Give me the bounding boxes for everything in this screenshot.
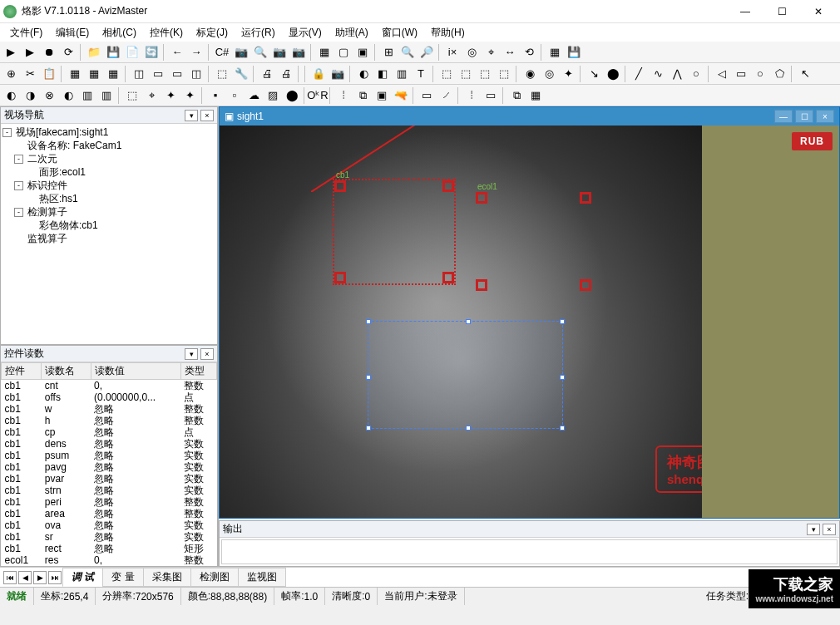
tree-item[interactable]: 设备名称: FakeCam1: [26, 139, 123, 152]
toolbar-btn-r1-45[interactable]: ◁: [713, 65, 731, 83]
viewport-close-button[interactable]: ×: [816, 110, 834, 123]
menu-2[interactable]: 相机(C): [96, 24, 143, 42]
scene-nav-close-icon[interactable]: ×: [200, 110, 214, 121]
toolbar-btn-r2-10[interactable]: ✦: [180, 86, 199, 105]
tree-toggle[interactable]: -: [14, 181, 23, 190]
scene-tree[interactable]: -视场[fakecam]:sight1 设备名称: FakeCam1-二次元面形…: [1, 124, 217, 344]
toolbar-btn-r0-14[interactable]: 📷: [232, 43, 250, 62]
toolbar-btn-r1-38[interactable]: ⬤: [604, 65, 622, 83]
toolbar-btn-r2-29[interactable]: ▭: [482, 86, 500, 105]
toolbar-btn-r2-14[interactable]: ☁: [245, 86, 263, 105]
toolbar-btn-r2-12[interactable]: ▪: [206, 86, 225, 105]
selection-rect[interactable]: [368, 321, 563, 429]
tree-item[interactable]: 标识控件: [26, 179, 69, 192]
toolbar-btn-r0-34[interactable]: 💾: [565, 43, 583, 62]
tree-toggle[interactable]: -: [2, 128, 12, 137]
bottom-tab-3[interactable]: 检测图: [190, 568, 239, 587]
table-row[interactable]: ecol1res0,整数: [2, 554, 217, 566]
toolbar-btn-r1-26[interactable]: T: [412, 65, 430, 83]
toolbar-btn-r0-29[interactable]: ⌖: [482, 43, 500, 62]
table-row[interactable]: cb1h忽略整数: [2, 415, 217, 426]
tree-root[interactable]: 视场[fakecam]:sight1: [14, 125, 110, 139]
toolbar-btn-r2-21[interactable]: ⧉: [353, 86, 372, 105]
readings-header[interactable]: 控件: [2, 363, 42, 380]
toolbar-btn-r0-24[interactable]: 🔍: [398, 43, 417, 62]
toolbar-btn-r1-16[interactable]: 🖨: [258, 65, 276, 83]
bottom-tab-2[interactable]: 采集图: [143, 568, 191, 587]
toolbar-btn-r0-3[interactable]: ⟳: [59, 43, 77, 62]
toolbar-btn-r0-0[interactable]: ▶: [2, 43, 20, 62]
toolbar-btn-r0-30[interactable]: ↔: [501, 43, 519, 62]
table-row[interactable]: cb1cp忽略点: [2, 426, 217, 438]
output-textarea[interactable]: [221, 539, 838, 564]
menu-4[interactable]: 标定(J): [190, 24, 235, 42]
toolbar-btn-r2-22[interactable]: ▣: [373, 86, 391, 105]
output-close-icon[interactable]: ×: [823, 524, 836, 535]
toolbar-btn-r1-11[interactable]: ◫: [187, 65, 205, 83]
toolbar-btn-r0-31[interactable]: ⟲: [520, 43, 538, 62]
menu-1[interactable]: 编辑(E): [49, 24, 96, 42]
minimize-button[interactable]: —: [727, 1, 763, 22]
toolbar-btn-r1-34[interactable]: ◎: [540, 65, 558, 83]
toolbar-btn-r1-20[interactable]: 🔒: [309, 65, 328, 83]
toolbar-btn-r1-0[interactable]: ⊕: [2, 65, 20, 83]
bottom-tab-0[interactable]: 调 试: [62, 568, 103, 587]
menu-3[interactable]: 控件(K): [143, 24, 190, 42]
toolbar-btn-r2-31[interactable]: ⧉: [507, 86, 526, 105]
toolbar-btn-r0-17[interactable]: 📷: [289, 43, 308, 62]
toolbar-btn-r2-4[interactable]: ▥: [78, 86, 96, 105]
readings-close-icon[interactable]: ×: [200, 348, 214, 360]
table-row[interactable]: cb1area忽略整数: [2, 508, 217, 519]
toolbar-btn-r0-5[interactable]: 📁: [85, 43, 103, 62]
menu-9[interactable]: 帮助(H): [424, 24, 472, 42]
toolbar-btn-r1-8[interactable]: ◫: [130, 65, 148, 83]
tab-nav-first[interactable]: ⏮: [3, 571, 17, 584]
output-pin-icon[interactable]: ▾: [807, 524, 820, 535]
menu-7[interactable]: 助理(A): [329, 24, 375, 42]
toolbar-btn-r1-14[interactable]: 🔧: [232, 65, 250, 83]
close-button[interactable]: ✕: [800, 1, 837, 22]
toolbar-btn-r0-1[interactable]: ▶: [21, 43, 39, 62]
table-row[interactable]: cb1ova忽略实数: [2, 519, 217, 531]
toolbar-btn-r1-25[interactable]: ▥: [393, 65, 411, 83]
toolbar-btn-r1-21[interactable]: 📷: [329, 65, 347, 83]
menu-5[interactable]: 运行(R): [235, 24, 282, 42]
tree-item[interactable]: 彩色物体:cb1: [37, 219, 100, 232]
table-row[interactable]: cb1strn忽略实数: [2, 485, 217, 496]
toolbar-btn-r2-16[interactable]: ⬤: [283, 86, 301, 105]
table-row[interactable]: cb1offs(0.000000,0...点: [2, 391, 217, 403]
scene-nav-pin-icon[interactable]: ▾: [185, 110, 198, 121]
toolbar-btn-r0-20[interactable]: ▢: [334, 43, 353, 62]
toolbar-btn-r1-2[interactable]: 📋: [40, 65, 58, 83]
toolbar-btn-r0-33[interactable]: ▦: [546, 43, 564, 62]
toolbar-btn-r2-8[interactable]: ⌖: [142, 86, 161, 105]
toolbar-btn-r2-9[interactable]: ✦: [161, 86, 180, 105]
toolbar-btn-r2-25[interactable]: ▭: [418, 86, 436, 105]
toolbar-btn-r0-27[interactable]: i×: [443, 43, 462, 62]
toolbar-btn-r2-5[interactable]: ▥: [97, 86, 116, 105]
toolbar-btn-r1-33[interactable]: ◉: [521, 65, 539, 83]
table-row[interactable]: cb1w忽略整数: [2, 403, 217, 415]
toolbar-btn-r0-25[interactable]: 🔎: [418, 43, 436, 62]
menu-6[interactable]: 显示(V): [282, 24, 329, 42]
toolbar-btn-r0-23[interactable]: ⊞: [379, 43, 398, 62]
toolbar-btn-r1-42[interactable]: ⋀: [668, 65, 686, 83]
toolbar-btn-r1-37[interactable]: ↘: [585, 65, 603, 83]
toolbar-btn-r1-17[interactable]: 🖨: [277, 65, 295, 83]
toolbar-btn-r1-1[interactable]: ✂: [21, 65, 39, 83]
toolbar-btn-r1-41[interactable]: ∿: [649, 65, 667, 83]
toolbar-btn-r1-4[interactable]: ▦: [66, 65, 84, 83]
image-canvas[interactable]: cb1 ecol1: [220, 125, 702, 518]
toolbar-btn-r2-0[interactable]: ◐: [2, 86, 20, 105]
toolbar-btn-r0-28[interactable]: ◎: [462, 43, 481, 62]
ecol1-roi[interactable]: ecol1: [477, 194, 590, 289]
toolbar-btn-r0-11[interactable]: →: [187, 43, 205, 62]
tree-item[interactable]: 监视算子: [26, 232, 69, 245]
toolbar-btn-r1-46[interactable]: ▭: [732, 65, 750, 83]
toolbar-btn-r0-15[interactable]: 🔍: [251, 43, 269, 62]
toolbar-btn-r1-5[interactable]: ▦: [85, 65, 103, 83]
viewport-maximize-button[interactable]: ☐: [795, 110, 813, 123]
toolbar-btn-r1-30[interactable]: ⬚: [476, 65, 494, 83]
readings-header[interactable]: 读数名: [42, 363, 91, 380]
toolbar-btn-r2-2[interactable]: ⊗: [40, 86, 58, 105]
